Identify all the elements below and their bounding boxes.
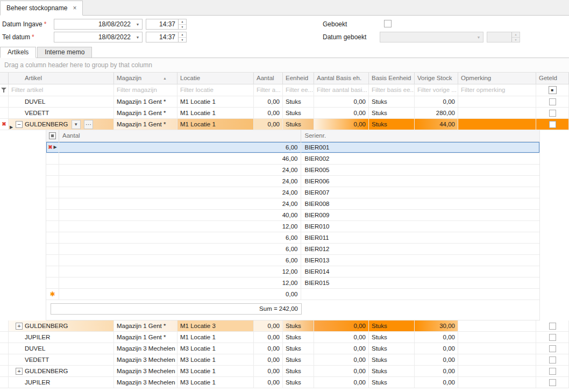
detail-cell-serienr[interactable]: BIER010	[301, 221, 539, 232]
cell-magazijn[interactable]: Magazijn 3 Mechelen	[114, 377, 177, 388]
detail-cell-aantal[interactable]: 12,00	[59, 221, 302, 232]
detail-cell-aantal[interactable]: 6,00	[59, 142, 302, 153]
geteld-checkbox[interactable]	[549, 357, 556, 364]
cell-locatie[interactable]: M1 Locatie 3	[177, 320, 254, 332]
column-header-eenheid[interactable]: Eenheid	[283, 73, 314, 84]
cell-basis-eenheid[interactable]: Stuks	[369, 343, 415, 354]
filter-magazijn-input[interactable]: Filter magazijn	[114, 84, 177, 96]
cell-magazijn[interactable]: Magazijn 1 Gent *	[114, 119, 177, 130]
geteld-checkbox[interactable]	[549, 345, 556, 352]
cell-artikel[interactable]: DUVEL	[9, 96, 114, 108]
column-header-vorige-stock[interactable]: Vorige Stock	[415, 73, 458, 84]
cell-eenheid[interactable]: Stuks	[283, 366, 314, 377]
cell-aantal[interactable]: 0,00	[254, 108, 283, 119]
cell-locatie[interactable]: M1 Locatie 1	[177, 332, 254, 343]
cell-magazijn[interactable]: Magazijn 1 Gent *	[114, 320, 177, 332]
detail-cell-serienr[interactable]: BIER001	[301, 142, 539, 153]
geteld-checkbox[interactable]	[549, 379, 556, 386]
geboekt-checkbox[interactable]	[384, 20, 392, 27]
detail-cell-aantal[interactable]: 24,00	[59, 187, 302, 198]
cell-aantal[interactable]: 0,00	[254, 119, 283, 130]
detail-cell-serienr[interactable]: BIER008	[301, 198, 539, 210]
filter-eenheid-input[interactable]: Filter ee...	[283, 84, 314, 96]
chevron-down-icon[interactable]: ▼	[133, 19, 142, 29]
editor-ellipsis-icon[interactable]: ⋯	[84, 120, 93, 129]
cell-eenheid[interactable]: Stuks	[283, 343, 314, 354]
cell-artikel[interactable]: ▶ − GULDENBERG ▼ ⋯	[9, 119, 114, 130]
cell-eenheid[interactable]: Stuks	[283, 377, 314, 388]
cell-eenheid[interactable]: Stuks	[283, 320, 314, 332]
spin-up-icon[interactable]: ▲	[179, 19, 186, 25]
cell-aantal[interactable]: 0,00	[254, 332, 283, 343]
detail-cell-aantal[interactable]: 24,00	[59, 198, 302, 210]
chevron-down-icon[interactable]: ▼	[133, 32, 142, 42]
cell-opmerking[interactable]	[458, 343, 536, 354]
cell-locatie[interactable]: M1 Locatie 1	[177, 119, 254, 130]
geteld-checkbox[interactable]	[549, 334, 556, 341]
cell-aantal-basis[interactable]: 0,00	[314, 343, 369, 354]
tab-artikels[interactable]: Artikels	[0, 47, 36, 58]
geteld-checkbox[interactable]	[549, 368, 556, 375]
cell-aantal-basis[interactable]: 0,00	[314, 108, 369, 119]
cell-artikel[interactable]: VEDETT	[9, 108, 114, 119]
cell-aantal[interactable]: 0,00	[254, 377, 283, 388]
column-header-locatie[interactable]: Locatie	[177, 73, 254, 84]
cell-artikel[interactable]: DUVEL	[9, 343, 114, 354]
detail-cell-aantal[interactable]: 46,00	[59, 153, 302, 165]
datum-ingave-date-field[interactable]: 18/08/2022 ▼	[54, 19, 143, 30]
cell-aantal[interactable]: 0,00	[254, 96, 283, 108]
column-header-basis-eenheid[interactable]: Basis Eenheid	[369, 73, 415, 84]
detail-cell-aantal[interactable]: 40,00	[59, 210, 302, 221]
cell-basis-eenheid[interactable]: Stuks	[369, 96, 415, 108]
cell-opmerking[interactable]	[458, 332, 536, 343]
column-header-artikel[interactable]: Artikel	[9, 73, 114, 84]
cell-vorige-stock[interactable]: 0,00	[415, 377, 458, 388]
cell-magazijn[interactable]: Magazijn 3 Mechelen	[114, 354, 177, 366]
cell-aantal[interactable]: 0,00	[254, 354, 283, 366]
filter-artikel-input[interactable]: Filter artikel	[9, 84, 114, 96]
detail-cell-serienr[interactable]: BIER005	[301, 165, 539, 176]
cell-aantal-basis[interactable]: 0,00	[314, 96, 369, 108]
cell-vorige-stock[interactable]: 280,00	[415, 108, 458, 119]
cell-artikel[interactable]: VEDETT	[9, 354, 114, 366]
cell-opmerking[interactable]	[458, 320, 536, 332]
detail-cell-aantal[interactable]: 6,00	[59, 232, 302, 244]
filter-opmerking-input[interactable]: Filter opmerking	[458, 84, 536, 96]
geteld-checkbox[interactable]	[549, 98, 556, 105]
tel-datum-date-field[interactable]: 18/08/2022 ▼	[54, 32, 143, 42]
geteld-checkbox[interactable]	[549, 323, 556, 330]
cell-aantal-basis[interactable]: 0,00	[314, 119, 369, 130]
cell-locatie[interactable]: M3 Locatie 1	[177, 354, 254, 366]
cell-locatie[interactable]: M3 Locatie 1	[177, 343, 254, 354]
cell-basis-eenheid[interactable]: Stuks	[369, 354, 415, 366]
expand-row-icon[interactable]: +	[16, 323, 23, 330]
detail-cell-aantal[interactable]: 24,00	[59, 176, 302, 187]
filter-locatie-input[interactable]: Filter locatie	[177, 84, 254, 96]
column-header-aantal[interactable]: Aantal	[254, 73, 283, 84]
cell-aantal-basis[interactable]: 0,00	[314, 320, 369, 332]
cell-vorige-stock[interactable]: 0,00	[415, 354, 458, 366]
detail-cell-aantal[interactable]: 6,00	[59, 255, 302, 266]
filter-icon[interactable]	[0, 84, 9, 96]
cell-magazijn[interactable]: Magazijn 1 Gent *	[114, 108, 177, 119]
cell-artikel[interactable]: + GULDENBERG	[9, 320, 114, 332]
cell-eenheid[interactable]: Stuks	[283, 96, 314, 108]
cell-eenheid[interactable]: Stuks	[283, 332, 314, 343]
geteld-checkbox[interactable]	[549, 121, 556, 128]
cell-eenheid[interactable]: Stuks	[283, 108, 314, 119]
cell-vorige-stock[interactable]: 0,00	[415, 332, 458, 343]
detail-cell-serienr[interactable]: BIER006	[301, 176, 539, 187]
detail-cell-aantal[interactable]: 24,00	[59, 165, 302, 176]
tab-interne-memo[interactable]: Interne memo	[37, 47, 92, 58]
spin-up-icon[interactable]: ▲	[179, 32, 186, 38]
tel-datum-time-field[interactable]: 14:37 ▲▼	[146, 32, 187, 42]
time-spinner[interactable]: ▲▼	[178, 19, 186, 29]
cell-artikel[interactable]: JUPILER	[9, 332, 114, 343]
cell-aantal-basis[interactable]: 0,00	[314, 377, 369, 388]
detail-cell-aantal[interactable]: 6,00	[59, 244, 302, 255]
detail-header-aantal[interactable]: Aantal	[59, 130, 302, 142]
cell-magazijn[interactable]: Magazijn 1 Gent *	[114, 332, 177, 343]
time-spinner[interactable]: ▲▼	[178, 32, 186, 42]
cell-locatie[interactable]: M1 Locatie 1	[177, 108, 254, 119]
collapse-row-icon[interactable]: −	[16, 121, 23, 128]
